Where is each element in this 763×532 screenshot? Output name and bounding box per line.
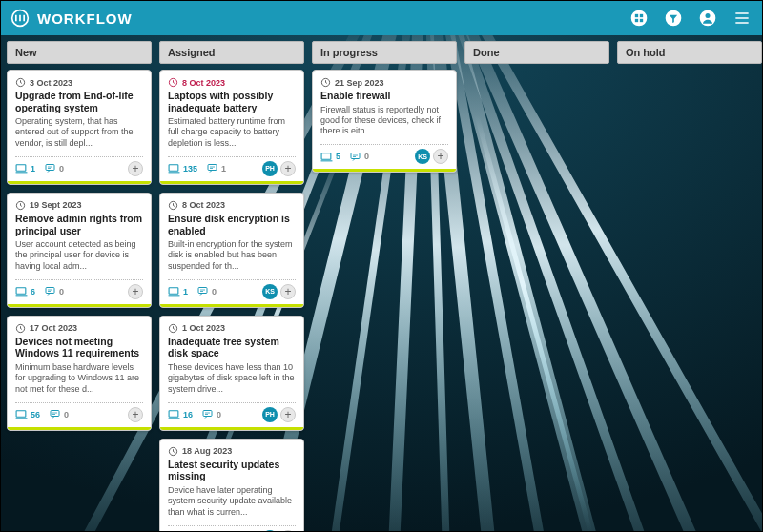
card-title: Upgrade from End-of-life operating syste… (15, 90, 143, 113)
svg-rect-17 (635, 14, 638, 17)
svg-rect-31 (16, 411, 26, 418)
app-title: WORKFLOW (37, 10, 133, 27)
task-card[interactable]: 3 Oct 2023Upgrade from End-of-life opera… (7, 70, 152, 185)
svg-rect-20 (640, 19, 643, 22)
task-card[interactable]: 8 Oct 2023Ensure disk encryption is enab… (159, 193, 304, 308)
card-date: 8 Oct 2023 (168, 77, 296, 88)
dashboard-icon[interactable] (629, 8, 650, 29)
svg-rect-26 (46, 165, 54, 171)
card-footer: 60+ (15, 284, 143, 299)
card-footer: 1351PH+ (168, 161, 296, 176)
device-icon (168, 163, 180, 174)
add-button[interactable]: + (128, 161, 143, 176)
add-button[interactable]: + (128, 284, 143, 299)
task-card[interactable]: 17 Oct 2023Devices not meeting Windows 1… (7, 316, 152, 431)
clock-icon (15, 200, 26, 211)
comment-icon (207, 163, 218, 174)
account-icon[interactable] (697, 8, 718, 29)
task-card[interactable]: 1 Oct 2023Inadequate free system disk sp… (159, 316, 304, 431)
comment-count: 0 (45, 286, 64, 297)
card-title: Latest security updates missing (168, 459, 296, 482)
comment-icon (202, 409, 214, 419)
column-new: New3 Oct 2023Upgrade from End-of-life op… (7, 41, 152, 439)
device-count: 16 (168, 409, 193, 419)
column-in_progress: In progress21 Sep 2023Enable firewallFir… (312, 41, 457, 180)
header-actions (629, 8, 753, 29)
assignee-avatar[interactable]: KS (262, 284, 278, 299)
assignee-avatar[interactable]: KS (415, 149, 430, 164)
card-description: Firewall status is reportedly not good f… (320, 105, 448, 137)
svg-rect-47 (351, 153, 360, 158)
card-title: Remove admin rights from principal user (15, 213, 143, 236)
column-header[interactable]: On hold (617, 41, 762, 64)
card-date: 8 Oct 2023 (168, 200, 296, 211)
filter-icon[interactable] (663, 8, 684, 29)
device-count: 1 (15, 163, 35, 174)
assignee-avatar[interactable]: PH (262, 161, 278, 176)
column-header[interactable]: Done (464, 41, 609, 64)
card-description: Minimum base hardware levels for upgradi… (15, 362, 143, 395)
column-header[interactable]: Assigned (159, 41, 304, 64)
add-button[interactable]: + (128, 407, 143, 422)
status-accent-bar (8, 304, 151, 307)
comment-count: 0 (50, 409, 69, 419)
status-accent-bar (313, 169, 456, 172)
column-header[interactable]: In progress (312, 41, 457, 64)
add-button[interactable]: + (433, 149, 448, 164)
brand: WORKFLOW (10, 9, 133, 28)
svg-rect-34 (169, 165, 178, 172)
kanban-board: New3 Oct 2023Upgrade from End-of-life op… (1, 35, 762, 532)
card-footer: 50KS+ (320, 149, 448, 164)
app-header: WORKFLOW (1, 1, 762, 35)
task-card[interactable]: 18 Aug 2023Latest security updates missi… (159, 439, 304, 532)
svg-rect-37 (169, 288, 178, 295)
svg-rect-25 (16, 165, 26, 172)
add-button[interactable]: + (280, 161, 296, 176)
status-accent-bar (160, 181, 303, 184)
svg-rect-18 (640, 14, 643, 17)
column-assigned: Assigned8 Oct 2023Laptops with possibly … (159, 41, 304, 532)
column-header[interactable]: New (7, 41, 152, 64)
svg-rect-40 (169, 411, 178, 418)
clock-icon (168, 323, 178, 334)
card-title: Inadequate free system disk space (168, 336, 296, 359)
assignee-avatar[interactable]: PH (262, 407, 278, 422)
comment-icon (350, 152, 361, 162)
column-on_hold: On hold (617, 41, 762, 70)
device-icon (168, 409, 180, 419)
comment-icon (45, 163, 56, 174)
status-accent-bar (8, 181, 151, 184)
device-icon (168, 286, 180, 297)
comment-icon (45, 286, 56, 297)
clock-icon (15, 77, 26, 88)
comment-count: 0 (45, 163, 64, 174)
card-date: 19 Sept 2023 (15, 200, 143, 211)
comment-count: 1 (207, 163, 226, 174)
card-footer: 10KS+ (168, 284, 296, 299)
add-button[interactable]: + (280, 407, 296, 422)
device-count: 5 (320, 152, 340, 162)
comment-count: 0 (350, 152, 369, 162)
svg-rect-28 (16, 288, 26, 295)
clock-icon (15, 323, 26, 334)
column-done: Done (464, 41, 609, 70)
menu-icon[interactable] (732, 8, 753, 29)
svg-rect-38 (198, 288, 207, 294)
task-card[interactable]: 21 Sep 2023Enable firewallFirewall statu… (312, 70, 457, 173)
card-title: Ensure disk encryption is enabled (168, 213, 296, 236)
svg-rect-19 (635, 19, 638, 22)
clock-icon (168, 77, 178, 88)
card-description: Estimated battery runtime from full char… (168, 116, 296, 149)
clock-icon (168, 446, 178, 457)
status-accent-bar (160, 304, 303, 307)
card-date: 1 Oct 2023 (168, 323, 296, 334)
svg-rect-35 (208, 165, 217, 171)
clock-icon (168, 200, 178, 211)
card-description: Built-in encryption for the system disk … (168, 239, 296, 272)
add-button[interactable]: + (280, 284, 296, 299)
card-title: Devices not meeting Windows 11 requireme… (15, 336, 143, 359)
card-description: Operating system, that has entered out o… (15, 116, 143, 149)
task-card[interactable]: 8 Oct 2023Laptops with possibly inadequa… (159, 70, 304, 185)
task-card[interactable]: 19 Sept 2023Remove admin rights from pri… (7, 193, 152, 308)
device-count: 56 (15, 409, 40, 419)
